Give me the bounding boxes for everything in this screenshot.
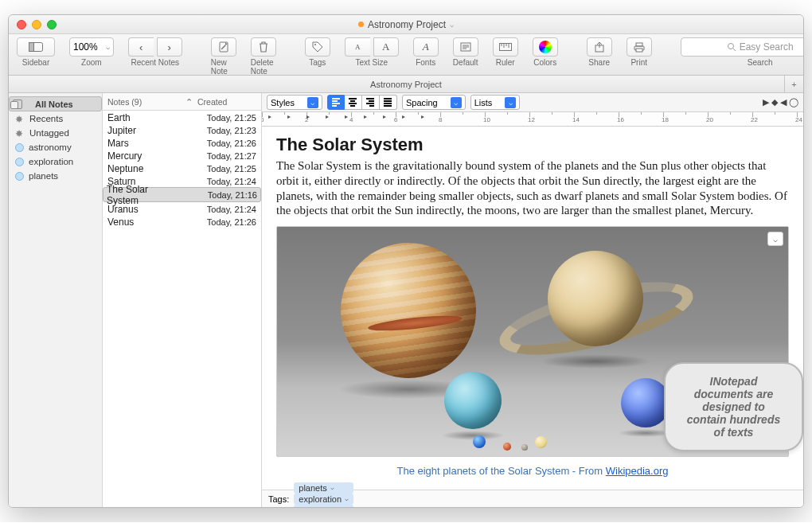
note-row[interactable]: MarsToday, 21:26: [103, 136, 261, 149]
recent-prev-button[interactable]: ‹: [128, 37, 154, 57]
color-wheel-icon: [539, 41, 552, 53]
minimize-window-button[interactable]: [32, 20, 41, 29]
sidebar-toggle-button[interactable]: [17, 37, 55, 57]
note-row[interactable]: The Solar SystemToday, 21:16: [103, 187, 261, 202]
note-date: Today, 21:25: [193, 164, 256, 174]
note-row[interactable]: EarthToday, 21:25: [103, 111, 261, 123]
app-window: Astronomy Project ⌵ Sidebar 100%⌵ Zoom ‹…: [8, 14, 804, 508]
note-name: The Solar System: [107, 184, 181, 206]
close-window-button[interactable]: [17, 20, 26, 29]
search-input[interactable]: Easy Search: [681, 37, 804, 57]
styles-select[interactable]: Styles⌵: [267, 95, 322, 110]
mars-icon: [503, 443, 511, 451]
gear-icon: ✸: [15, 114, 25, 123]
sidebar-item-untagged[interactable]: ✸Untagged: [9, 126, 102, 140]
promo-callout: INotepad documents are designed to conta…: [664, 362, 803, 451]
tag-dot-icon: [15, 172, 24, 181]
tags-label: Tags:: [268, 494, 289, 504]
note-row[interactable]: UranusToday, 21:24: [103, 202, 261, 215]
sort-asc-icon: ⌃: [185, 97, 193, 107]
uranus-icon: [444, 372, 502, 429]
document-indicator-icon: [358, 21, 364, 27]
sidebar-item-label: All Notes: [35, 100, 73, 109]
sidebar-item-astronomy[interactable]: astronomy: [9, 140, 102, 154]
notes-list-header[interactable]: Notes (9)⌃ Created: [103, 93, 261, 111]
new-note-button[interactable]: [211, 37, 236, 57]
spacing-select[interactable]: Spacing⌵: [402, 95, 466, 110]
new-tab-button[interactable]: +: [784, 76, 803, 93]
image-caption: The eight planets of the Solar System - …: [276, 465, 789, 477]
fonts-button[interactable]: A: [413, 37, 439, 57]
saturn-icon: [548, 251, 643, 346]
sidebar-item-recents[interactable]: ✸Recents: [9, 111, 102, 126]
earth-icon: [473, 435, 486, 448]
svg-line-18: [733, 49, 736, 51]
ruler-button[interactable]: [493, 37, 518, 57]
chevron-down-icon: ⌵: [345, 495, 349, 502]
zoom-window-button[interactable]: [47, 20, 57, 29]
titlebar: Astronomy Project ⌵: [9, 15, 803, 34]
format-bar: Styles⌵ Spacing⌵ Lists⌵ ▶ ◆ ◀ ◯: [262, 93, 803, 112]
tags-button[interactable]: [305, 37, 330, 57]
svg-point-3: [314, 44, 316, 45]
tag-dot-icon: [15, 143, 24, 152]
wikipedia-link[interactable]: Wikipedia.org: [606, 465, 669, 477]
tag-chip[interactable]: astronomy ⌵: [294, 505, 353, 508]
chevron-down-icon: ⌵: [307, 97, 318, 108]
sidebar-item-label: Untagged: [29, 128, 69, 138]
svg-rect-1: [29, 43, 34, 52]
delete-note-button[interactable]: [251, 37, 276, 57]
chevron-down-icon: ⌵: [106, 43, 110, 51]
image-options-button[interactable]: ⌵: [767, 232, 783, 246]
neptune-icon: [621, 378, 670, 427]
ruler[interactable]: 024681012141618202224▸▸▸▸▸▸▸▸▸: [262, 112, 803, 127]
note-date: Today, 21:16: [193, 190, 257, 200]
note-heading: The Solar System: [276, 135, 789, 155]
note-date: Today, 21:24: [193, 177, 256, 186]
note-date: Today, 21:26: [193, 217, 256, 227]
notes-list: Notes (9)⌃ Created EarthToday, 21:25Jupi…: [103, 93, 262, 507]
sidebar-item-label: Recents: [29, 114, 63, 123]
textsize-large-button[interactable]: A: [373, 37, 399, 57]
chevron-down-icon: ⌵: [505, 97, 516, 108]
note-date: Today, 21:25: [193, 113, 256, 123]
chevron-down-icon: ⌵: [330, 484, 334, 491]
tag-chip[interactable]: planets ⌵: [294, 482, 353, 494]
sidebar-item-exploration[interactable]: exploration: [9, 154, 102, 169]
lists-select[interactable]: Lists⌵: [470, 95, 521, 110]
note-row[interactable]: VenusToday, 21:26: [103, 215, 261, 228]
recent-next-button[interactable]: ›: [157, 37, 182, 57]
nav-glyphs[interactable]: ▶ ◆ ◀ ◯: [763, 97, 798, 107]
default-style-button[interactable]: [453, 37, 478, 57]
search-icon: [727, 42, 736, 52]
tag-chip[interactable]: exploration ⌵: [294, 494, 353, 505]
textsize-small-button[interactable]: A: [345, 37, 370, 57]
stack-icon: [13, 100, 22, 109]
note-row[interactable]: MercuryToday, 21:27: [103, 149, 261, 162]
sidebar-item-planets[interactable]: planets: [9, 169, 102, 183]
tag-dot-icon: [15, 158, 24, 166]
gear-icon: ✸: [15, 128, 25, 138]
zoom-select[interactable]: 100%⌵: [69, 37, 114, 57]
sidebar: All Notes✸Recents✸Untaggedastronomyexplo…: [9, 93, 103, 507]
align-center-button[interactable]: [345, 95, 362, 110]
chevron-down-icon[interactable]: ⌵: [450, 21, 454, 29]
align-left-button[interactable]: [327, 95, 345, 110]
sidebar-item-label: exploration: [29, 157, 73, 166]
print-button[interactable]: [627, 37, 652, 57]
align-justify-button[interactable]: [380, 95, 397, 110]
note-date: Today, 21:26: [193, 139, 256, 148]
chevron-down-icon: ⌵: [343, 506, 347, 507]
align-right-button[interactable]: [362, 95, 380, 110]
colors-button[interactable]: [533, 37, 558, 57]
venus-icon: [535, 436, 547, 448]
note-body-text: The Solar System is the gravitationally …: [276, 158, 789, 218]
note-date: Today, 21:23: [193, 126, 256, 135]
document-tab[interactable]: Astronomy Project: [370, 80, 442, 89]
jupiter-icon: [341, 243, 476, 378]
note-row[interactable]: NeptuneToday, 21:25: [103, 162, 261, 174]
share-button[interactable]: [587, 37, 612, 57]
note-date: Today, 21:24: [193, 205, 256, 214]
note-row[interactable]: JupiterToday, 21:23: [103, 123, 261, 136]
sidebar-item-all-notes[interactable]: All Notes: [9, 96, 102, 111]
